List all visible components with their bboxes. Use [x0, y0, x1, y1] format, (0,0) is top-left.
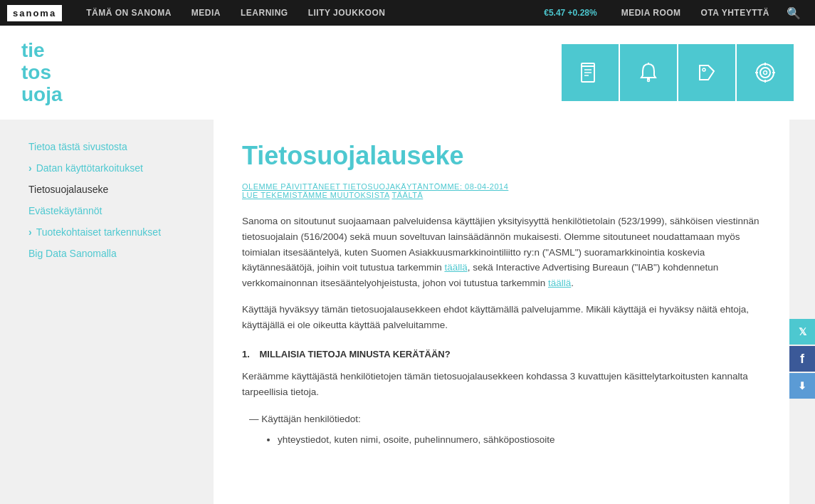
nav-link-tama[interactable]: TÄMÄ ON SANOMA: [76, 0, 182, 26]
main-content: Tietosuojalauseke OLEMME PÄIVITTÄNEET TI…: [214, 120, 789, 504]
section-1-heading: 1. MILLAISIA TIETOJA MINUSTA KERÄTÄÄN?: [242, 347, 761, 362]
sidebar-link-tuotekohtaiset[interactable]: Tuotekohtaiset tarkennukset: [36, 226, 161, 238]
sidebar-item-bigdata[interactable]: Big Data Sanomalla: [28, 248, 199, 259]
sidebar-link-evastekaytannot[interactable]: Evästekäytännöt: [28, 205, 102, 216]
sidebar-item-datan[interactable]: › Datan käyttötarkoitukset: [28, 162, 199, 174]
sanoma-logo[interactable]: sanoma: [7, 5, 62, 21]
sub-list-henkilotiedot: yhteystiedot, kuten nimi, osoite, puheli…: [278, 432, 761, 448]
main-nav-links: TÄMÄ ON SANOMA MEDIA LEARNING LIITY JOUK…: [76, 0, 544, 26]
twitter-icon: 𝕏: [799, 326, 806, 337]
paragraph-2: Käyttäjä hyväksyy tämän tietosuojalausek…: [242, 302, 761, 332]
sidebar-link-bigdata[interactable]: Big Data Sanomalla: [28, 248, 117, 259]
update-link[interactable]: TÄÄLTÄ: [392, 191, 424, 199]
share-button[interactable]: ⬇: [789, 373, 815, 399]
section-title: MILLAISIA TIETOJA MINUSTA KERÄTÄÄN?: [259, 349, 450, 359]
sidebar-item-tietoa[interactable]: Tietoa tästä sivustosta: [28, 141, 199, 152]
logo-line1: tie: [21, 39, 45, 61]
section-1-intro: Keräämme käyttäjästä henkilötietojen täm…: [242, 369, 761, 399]
chevron-icon-2: ›: [28, 226, 32, 238]
sidebar-link-tietosuoja[interactable]: Tietosuojalauseke: [28, 184, 108, 195]
nav-ota-yhteyttä[interactable]: OTA YHTEYTTÄ: [691, 8, 779, 18]
sidebar-item-evastekaytannot[interactable]: Evästekäytännöt: [28, 205, 199, 216]
bell-icon: [636, 60, 661, 85]
nav-link-liity[interactable]: LIITY JOUKKOON: [298, 0, 396, 26]
logo-line3: uoja: [21, 83, 63, 105]
facebook-icon: f: [800, 352, 804, 367]
sidebar: Tietoa tästä sivustosta › Datan käyttöta…: [0, 120, 214, 504]
target-icon: [752, 60, 778, 85]
section-number: 1.: [242, 349, 250, 359]
link-asml[interactable]: täällä: [444, 262, 467, 273]
chevron-icon: ›: [28, 162, 32, 174]
tag-icon-tile[interactable]: [678, 44, 735, 101]
nav-link-media[interactable]: MEDIA: [182, 0, 231, 26]
facebook-button[interactable]: f: [789, 346, 815, 372]
svg-point-7: [648, 80, 650, 82]
update-link-label: LUE TEKEMISTÄMME MUUTOKSISTA: [242, 191, 389, 199]
share-icon: ⬇: [798, 380, 806, 392]
twitter-button[interactable]: 𝕏: [789, 319, 815, 345]
header-banner: tie tos uoja: [0, 26, 815, 120]
svg-point-11: [757, 64, 774, 81]
svg-point-12: [760, 68, 770, 78]
link-iab[interactable]: täällä: [548, 278, 571, 288]
paragraph-1: Sanoma on sitoutunut suojaamaan palvelui…: [242, 214, 761, 290]
nav-media-room[interactable]: MEDIA ROOM: [611, 8, 691, 18]
page-title: Tietosuojalauseke: [242, 141, 761, 171]
sidebar-link-datan[interactable]: Datan käyttötarkoitukset: [36, 162, 143, 174]
sidebar-item-tuotekohtaiset[interactable]: › Tuotekohtaiset tarkennukset: [28, 226, 199, 238]
bell-icon-tile[interactable]: [620, 44, 677, 101]
update-date-text: OLEMME PÄIVITTÄNEET TIETOSUOJAKÄYTÄNTÖMM…: [242, 182, 508, 191]
logo-line2: tos: [21, 61, 51, 83]
content-body: Sanoma on sitoutunut suojaamaan palvelui…: [242, 214, 761, 447]
sidebar-link-tietoa[interactable]: Tietoa tästä sivustosta: [28, 141, 127, 152]
target-icon-tile[interactable]: [737, 44, 794, 101]
book-icon-tile[interactable]: [562, 44, 619, 101]
update-notice: OLEMME PÄIVITTÄNEET TIETOSUOJAKÄYTÄNTÖMM…: [242, 182, 761, 199]
search-icon[interactable]: 🔍: [779, 6, 808, 20]
social-sidebar: 𝕏 f ⬇: [789, 120, 815, 504]
list-item-henkilotiedot: — Käyttäjän henkilötiedot:: [249, 411, 761, 427]
svg-point-10: [703, 68, 705, 71]
book-icon: [577, 60, 603, 85]
nav-link-learning[interactable]: LEARNING: [231, 0, 298, 26]
sidebar-item-tietosuoja[interactable]: Tietosuojalauseke: [28, 184, 199, 195]
stock-price: €5.47 +0.28%: [544, 8, 596, 18]
top-navigation: sanoma TÄMÄ ON SANOMA MEDIA LEARNING LII…: [0, 0, 815, 26]
svg-point-13: [764, 71, 767, 75]
sub-list-item-1: yhteystiedot, kuten nimi, osoite, puheli…: [278, 432, 761, 448]
site-logo: tie tos uoja: [21, 40, 63, 105]
main-layout: Tietoa tästä sivustosta › Datan käyttöta…: [0, 120, 815, 504]
nav-right-links: MEDIA ROOM OTA YHTEYTTÄ: [611, 8, 779, 18]
header-icon-bar: [562, 44, 794, 101]
tag-icon: [694, 60, 720, 85]
